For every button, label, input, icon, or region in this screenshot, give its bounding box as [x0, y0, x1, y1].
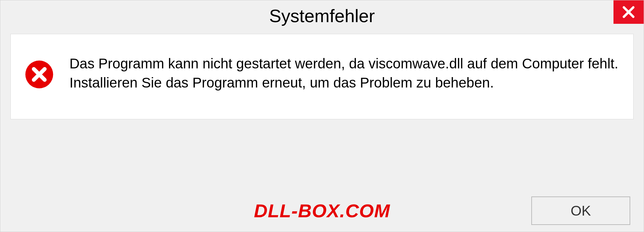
titlebar: Systemfehler — [0, 0, 644, 32]
dialog-footer: DLL-BOX.COM OK — [0, 196, 644, 225]
dialog-title: Systemfehler — [269, 5, 375, 26]
close-button[interactable] — [613, 0, 644, 24]
error-message: Das Programm kann nicht gestartet werden… — [69, 54, 620, 92]
close-icon — [622, 5, 636, 19]
ok-button[interactable]: OK — [531, 196, 630, 225]
watermark-text: DLL-BOX.COM — [254, 200, 390, 222]
content-panel: Das Programm kann nicht gestartet werden… — [10, 34, 634, 119]
error-icon — [24, 59, 54, 90]
error-dialog: Systemfehler Das Programm kann nicht ges… — [0, 0, 644, 232]
